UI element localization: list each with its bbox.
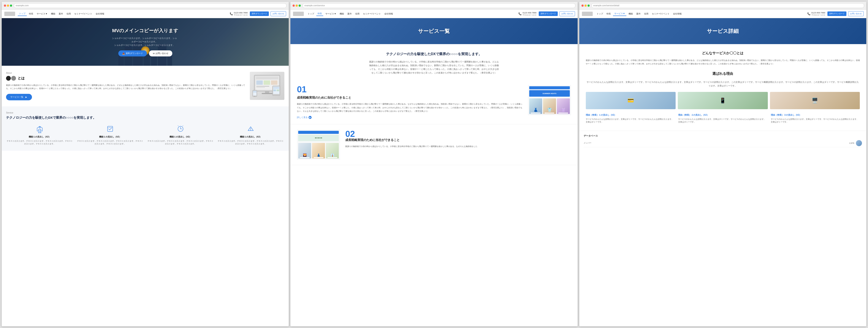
- mail-icon-1: ✉: [153, 52, 155, 55]
- nav-1: トップ 特長 サービス▼ 機能 案件 信用 セミナー/イベント 会社情報 📞 0…: [2, 9, 289, 18]
- nav-link-features-2[interactable]: 特長: [316, 12, 323, 16]
- hero-contact-label-1: お問い合わせ: [155, 52, 168, 55]
- nav-phone-1: 📞 0123-456-7890 平日08:00〜18:00: [230, 11, 248, 16]
- page-content-1: MVのメインコピーが入ります ショルダーコピーが入ります。ショルダーコピーが入り…: [2, 18, 289, 326]
- nav-link-top-1[interactable]: トップ: [18, 12, 27, 16]
- reason-card-body-3: サービスのかんたんな説明が入ります。文章はダミーです。サービスのかんたんな説明が…: [771, 118, 860, 124]
- url-bar-3[interactable]: example.com/service/detail: [591, 3, 864, 8]
- page2-intro-body: 親譲りの無鉄砲で小供の時から損ばかりしている。小学校に居る時分学校の二階から飛び…: [369, 60, 499, 75]
- member-label: メンバー: [584, 142, 591, 144]
- service-card-body-2: テキストが入ります。テキストが入ります。テキストが入ります。テキストが入ります。…: [76, 140, 144, 145]
- nav-link-service-3[interactable]: サービス▼: [613, 12, 626, 16]
- service-svg-icon-4: [246, 125, 255, 133]
- db-title: データベース: [584, 134, 862, 138]
- nav-link-service-2[interactable]: サービス▼: [324, 12, 338, 16]
- product-icon-dress: 👗: [533, 107, 538, 112]
- about-body-1: 親譲りの無鉄砲で小供の時から損ばかりしている。小学校に居る時分学校の二階から飛び…: [6, 84, 246, 90]
- service-grid-1: 機能１の見出し（h3） テキストが入ります。テキストが入ります。テキストが入りま…: [6, 124, 284, 145]
- svg-rect-21: [107, 126, 113, 132]
- hero-title-1: MVのメインコピーが入ります: [112, 27, 178, 34]
- nav-link-seminar-1[interactable]: セミナー/イベント: [73, 12, 93, 16]
- svg-rect-14: [273, 89, 276, 91]
- mock-product-label-5: [314, 157, 323, 158]
- service-list-content-1: 成長戦略実現のために当社ができること 親譲りの無鉄砲で小供の時から損ばかりしてい…: [297, 96, 523, 119]
- reason-image-3: 🖥️: [770, 92, 860, 109]
- nav-link-seminar-2[interactable]: セミナー/イベント: [362, 12, 382, 16]
- db-section: データベース メンバー 2,979: [579, 131, 866, 151]
- about-label-1: About: [6, 72, 246, 74]
- page2-intro-heading: テクノロジーの力を駆使したDXで業界の○○○○を実現します。: [299, 52, 569, 56]
- nav-link-info-2[interactable]: 信用: [354, 12, 361, 16]
- url-bar-2[interactable]: example.com/service: [303, 3, 575, 8]
- nav-link-company-2[interactable]: 会社情報: [383, 12, 394, 16]
- nav-link-case-2[interactable]: 案件: [346, 12, 353, 16]
- reason-img-icon-2: 📱: [719, 98, 726, 104]
- nav-link-function-3[interactable]: 機能: [627, 12, 634, 16]
- about-section-1: About とは 親譲りの無鉄砲で小供の時から損ばかりしている。小学校に居る時分…: [2, 66, 289, 106]
- service-icon-3: [176, 124, 185, 134]
- arrow-icon-1: ▶: [25, 95, 28, 99]
- hero-buttons-1: 📥 資料ダウンロード ✉ お問い合わせ: [112, 50, 178, 56]
- service-card-title-3: 機能１の見出し（h3）: [147, 135, 214, 138]
- mock-banner-text-2: ■ ■ ■ ■ ■: [315, 137, 322, 139]
- nav-link-case-1[interactable]: 案件: [57, 12, 64, 16]
- page3-what-body: 親譲りの無鉄砲で小供の時から損ばかりしている。小学校に居る時分学校の二階から飛び…: [586, 59, 860, 65]
- browser-frame-3: example.com/service/detail トップ 特長 サービス▼ …: [579, 2, 866, 326]
- db-item-member: メンバー 2,979: [584, 139, 862, 147]
- service-list-content-2: 成長戦略実現のために当社ができること 親譲りの無鉄砲で小供の時から損ばかりしてい…: [345, 138, 571, 148]
- nav-link-info-1[interactable]: 信用: [65, 12, 72, 16]
- browser-dot-green-2: [299, 4, 301, 7]
- services-btn-1[interactable]: サービス一覧 ▶: [6, 94, 32, 100]
- url-text-2: example.com/service: [305, 4, 325, 7]
- ecommerce-mock-1: SUMMER HEATS 👗 👕 👚: [528, 85, 571, 115]
- nav-dl-btn-1[interactable]: 資料ダウンロード: [250, 11, 269, 16]
- service-list-body-2: 親譲りの無鉄砲で小供の時から損ばかりしている。小学校に居る時分学校の二階から飛び…: [345, 145, 571, 148]
- nav-link-seminar-3[interactable]: セミナー/イベント: [651, 12, 671, 16]
- about-title-row-1: とは: [6, 76, 246, 81]
- nav-contact-btn-3[interactable]: お問い合わせ: [848, 11, 864, 16]
- hero-dl-btn-1[interactable]: 📥 資料ダウンロード: [118, 50, 147, 56]
- nav-phone-3: 📞 0123-456-7890 平日08:00〜18:00: [807, 11, 825, 16]
- svg-rect-3: [256, 77, 278, 80]
- url-bar-1[interactable]: example.com: [14, 3, 286, 8]
- nav-dl-btn-3[interactable]: 資料ダウンロード: [828, 11, 846, 16]
- nav-link-features-1[interactable]: 特長: [28, 12, 35, 16]
- reasons-images: 💳 📱 🖥️: [586, 92, 860, 109]
- nav-link-info-3[interactable]: 信用: [643, 12, 650, 16]
- mock-product-4: 🌄: [298, 143, 311, 159]
- nav-link-top-2[interactable]: トップ: [306, 12, 315, 16]
- mock-product-label-3: [558, 113, 568, 113]
- browser-bar-2: example.com/service: [290, 2, 577, 9]
- browser-bar-1: example.com: [2, 2, 289, 9]
- phone-hours-3: 平日08:00〜18:00: [811, 14, 825, 16]
- nav-link-top-3[interactable]: トップ: [595, 12, 604, 16]
- service-label-1: Service: [6, 112, 284, 114]
- detail-link-1[interactable]: 詳しく見る ▶: [297, 116, 312, 119]
- mock-product-1: 👗: [529, 99, 542, 114]
- browser-frame-2: example.com/service トップ 特長 サービス▼ 機能 案件 信…: [290, 2, 577, 326]
- nav-link-case-3[interactable]: 案件: [635, 12, 642, 16]
- mock-banner-1: SUMMER HEATS: [529, 90, 570, 97]
- hero-section-1: MVのメインコピーが入ります ショルダーコピーが入ります。ショルダーコピーが入り…: [2, 18, 289, 66]
- nav-logo-3: [582, 12, 593, 16]
- nav-link-company-3[interactable]: 会社情報: [672, 12, 683, 16]
- service-list-body-1: 親譲りの無鉄砲で小供の時から損ばかりしている。小学校に居る時分学校の二階から飛び…: [297, 102, 523, 113]
- nav-link-company-1[interactable]: 会社情報: [94, 12, 105, 16]
- reason-image-1: 💳: [586, 92, 676, 109]
- nav-dl-btn-2[interactable]: 資料ダウンロード: [539, 11, 558, 16]
- nav-link-service-1[interactable]: サービス▼: [35, 12, 49, 16]
- service-card-1: 機能１の見出し（h3） テキストが入ります。テキストが入ります。テキストが入りま…: [6, 124, 73, 145]
- nav-contact-btn-1[interactable]: お問い合わせ: [271, 11, 286, 16]
- nav-contact-btn-2[interactable]: お問い合わせ: [559, 11, 575, 16]
- phone-icon-1: 📞: [230, 12, 233, 15]
- service-number-1: 01: [297, 85, 310, 93]
- service-card-body-4: テキストが入ります。テキストが入ります。テキストが入ります。テキストが入ります。…: [217, 140, 284, 145]
- nav-logo-2: [293, 12, 304, 16]
- nav-link-function-2[interactable]: 機能: [338, 12, 345, 16]
- browser-dots-2: [292, 4, 301, 7]
- nav-link-features-3[interactable]: 特長: [605, 12, 612, 16]
- hero-contact-btn-1[interactable]: ✉ お問い合わせ: [149, 50, 172, 56]
- page3-hero: サービス詳細: [579, 18, 866, 44]
- nav-link-function-1[interactable]: 機能: [50, 12, 57, 16]
- page3-hero-title: サービス詳細: [707, 28, 739, 35]
